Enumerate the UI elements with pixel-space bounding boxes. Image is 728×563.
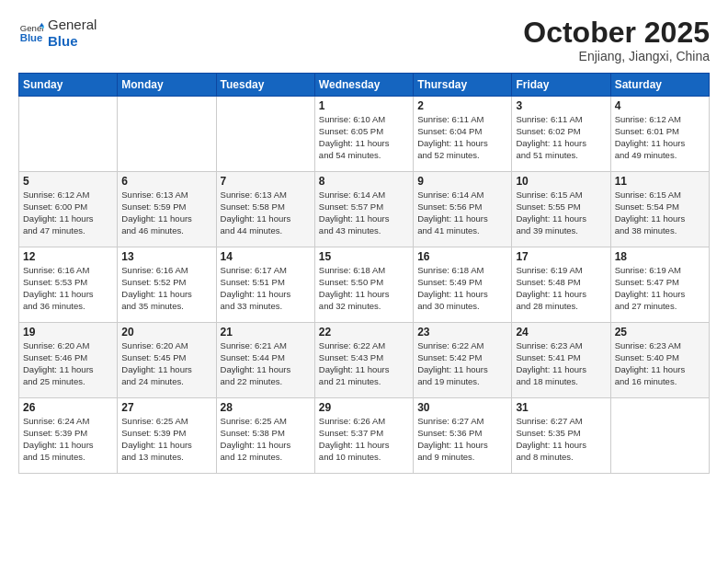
day-number: 22 — [319, 326, 409, 339]
calendar-cell: 5Sunrise: 6:12 AM Sunset: 6:00 PM Daylig… — [19, 172, 118, 247]
calendar-cell: 30Sunrise: 6:27 AM Sunset: 5:36 PM Dayli… — [414, 398, 512, 474]
day-info: Sunrise: 6:10 AM Sunset: 6:05 PM Dayligh… — [319, 114, 409, 161]
calendar-cell: 21Sunrise: 6:21 AM Sunset: 5:44 PM Dayli… — [216, 323, 314, 398]
calendar-table: SundayMondayTuesdayWednesdayThursdayFrid… — [18, 73, 710, 474]
weekday-header-row: SundayMondayTuesdayWednesdayThursdayFrid… — [19, 74, 710, 97]
day-number: 31 — [516, 401, 606, 414]
day-info: Sunrise: 6:16 AM Sunset: 5:53 PM Dayligh… — [23, 265, 113, 312]
calendar-cell: 31Sunrise: 6:27 AM Sunset: 5:35 PM Dayli… — [512, 398, 610, 474]
day-number: 4 — [615, 99, 705, 112]
calendar-cell — [610, 398, 709, 474]
calendar-cell: 4Sunrise: 6:12 AM Sunset: 6:01 PM Daylig… — [610, 97, 709, 172]
weekday-monday: Monday — [118, 74, 216, 97]
day-info: Sunrise: 6:27 AM Sunset: 5:35 PM Dayligh… — [516, 416, 606, 463]
calendar-cell: 1Sunrise: 6:10 AM Sunset: 6:05 PM Daylig… — [314, 97, 413, 172]
day-number: 15 — [319, 250, 409, 263]
day-info: Sunrise: 6:23 AM Sunset: 5:41 PM Dayligh… — [516, 340, 606, 387]
calendar-cell: 20Sunrise: 6:20 AM Sunset: 5:45 PM Dayli… — [118, 323, 216, 398]
calendar-cell: 6Sunrise: 6:13 AM Sunset: 5:59 PM Daylig… — [118, 172, 216, 247]
day-info: Sunrise: 6:23 AM Sunset: 5:40 PM Dayligh… — [615, 340, 705, 387]
weekday-saturday: Saturday — [610, 74, 709, 97]
logo-blue: Blue — [48, 33, 78, 49]
day-info: Sunrise: 6:13 AM Sunset: 5:59 PM Dayligh… — [121, 190, 211, 236]
day-number: 9 — [417, 175, 507, 188]
calendar-cell: 16Sunrise: 6:18 AM Sunset: 5:49 PM Dayli… — [414, 247, 512, 323]
day-info: Sunrise: 6:16 AM Sunset: 5:52 PM Dayligh… — [121, 265, 211, 312]
day-number: 20 — [121, 326, 211, 339]
day-number: 14 — [221, 250, 311, 263]
day-info: Sunrise: 6:20 AM Sunset: 5:46 PM Dayligh… — [23, 340, 113, 387]
day-info: Sunrise: 6:22 AM Sunset: 5:43 PM Dayligh… — [319, 340, 409, 387]
location: Enjiang, Jiangxi, China — [523, 49, 710, 63]
day-number: 18 — [615, 250, 705, 263]
calendar-cell: 29Sunrise: 6:26 AM Sunset: 5:37 PM Dayli… — [314, 398, 413, 474]
logo-general: General — [48, 17, 97, 32]
calendar-cell: 9Sunrise: 6:14 AM Sunset: 5:56 PM Daylig… — [414, 172, 512, 247]
day-number: 7 — [221, 175, 311, 188]
day-info: Sunrise: 6:15 AM Sunset: 5:54 PM Dayligh… — [615, 190, 705, 236]
calendar-cell: 26Sunrise: 6:24 AM Sunset: 5:39 PM Dayli… — [19, 398, 118, 474]
calendar-cell — [19, 97, 118, 172]
day-info: Sunrise: 6:22 AM Sunset: 5:42 PM Dayligh… — [417, 340, 507, 387]
day-number: 8 — [319, 175, 409, 188]
logo-icon: General Blue — [18, 20, 44, 46]
calendar-cell — [216, 97, 314, 172]
day-number: 30 — [417, 401, 507, 414]
day-info: Sunrise: 6:11 AM Sunset: 6:04 PM Dayligh… — [417, 114, 507, 161]
day-info: Sunrise: 6:19 AM Sunset: 5:47 PM Dayligh… — [615, 265, 705, 312]
calendar-cell: 15Sunrise: 6:18 AM Sunset: 5:50 PM Dayli… — [314, 247, 413, 323]
day-number: 28 — [221, 401, 311, 414]
weekday-tuesday: Tuesday — [216, 74, 314, 97]
calendar-cell: 7Sunrise: 6:13 AM Sunset: 5:58 PM Daylig… — [216, 172, 314, 247]
logo: General Blue General Blue — [18, 17, 97, 50]
day-number: 17 — [516, 250, 606, 263]
title-block: October 2025 Enjiang, Jiangxi, China — [523, 17, 710, 63]
day-info: Sunrise: 6:11 AM Sunset: 6:02 PM Dayligh… — [516, 114, 606, 161]
calendar-week-2: 5Sunrise: 6:12 AM Sunset: 6:00 PM Daylig… — [19, 172, 710, 247]
day-number: 25 — [615, 326, 705, 339]
calendar-cell — [118, 97, 216, 172]
calendar-cell: 18Sunrise: 6:19 AM Sunset: 5:47 PM Dayli… — [610, 247, 709, 323]
calendar-cell: 11Sunrise: 6:15 AM Sunset: 5:54 PM Dayli… — [610, 172, 709, 247]
day-info: Sunrise: 6:18 AM Sunset: 5:49 PM Dayligh… — [417, 265, 507, 312]
day-number: 23 — [417, 326, 507, 339]
calendar-week-4: 19Sunrise: 6:20 AM Sunset: 5:46 PM Dayli… — [19, 323, 710, 398]
calendar-cell: 24Sunrise: 6:23 AM Sunset: 5:41 PM Dayli… — [512, 323, 610, 398]
day-number: 24 — [516, 326, 606, 339]
day-number: 16 — [417, 250, 507, 263]
weekday-friday: Friday — [512, 74, 610, 97]
day-info: Sunrise: 6:25 AM Sunset: 5:39 PM Dayligh… — [121, 416, 211, 463]
svg-text:Blue: Blue — [20, 32, 43, 43]
day-info: Sunrise: 6:24 AM Sunset: 5:39 PM Dayligh… — [23, 416, 113, 463]
calendar-cell: 12Sunrise: 6:16 AM Sunset: 5:53 PM Dayli… — [19, 247, 118, 323]
day-info: Sunrise: 6:27 AM Sunset: 5:36 PM Dayligh… — [417, 416, 507, 463]
calendar-cell: 17Sunrise: 6:19 AM Sunset: 5:48 PM Dayli… — [512, 247, 610, 323]
calendar-cell: 10Sunrise: 6:15 AM Sunset: 5:55 PM Dayli… — [512, 172, 610, 247]
day-info: Sunrise: 6:25 AM Sunset: 5:38 PM Dayligh… — [221, 416, 311, 463]
day-number: 2 — [417, 99, 507, 112]
calendar-cell: 13Sunrise: 6:16 AM Sunset: 5:52 PM Dayli… — [118, 247, 216, 323]
day-info: Sunrise: 6:14 AM Sunset: 5:56 PM Dayligh… — [417, 190, 507, 236]
day-number: 11 — [615, 175, 705, 188]
day-number: 27 — [121, 401, 211, 414]
day-info: Sunrise: 6:20 AM Sunset: 5:45 PM Dayligh… — [121, 340, 211, 387]
day-number: 13 — [121, 250, 211, 263]
day-number: 26 — [23, 401, 113, 414]
day-info: Sunrise: 6:17 AM Sunset: 5:51 PM Dayligh… — [221, 265, 311, 312]
weekday-thursday: Thursday — [414, 74, 512, 97]
day-info: Sunrise: 6:21 AM Sunset: 5:44 PM Dayligh… — [221, 340, 311, 387]
day-number: 19 — [23, 326, 113, 339]
day-info: Sunrise: 6:26 AM Sunset: 5:37 PM Dayligh… — [319, 416, 409, 463]
day-number: 12 — [23, 250, 113, 263]
month-title: October 2025 — [523, 17, 710, 49]
day-number: 29 — [319, 401, 409, 414]
calendar-cell: 14Sunrise: 6:17 AM Sunset: 5:51 PM Dayli… — [216, 247, 314, 323]
calendar-page: General Blue General Blue October 2025 E… — [0, 0, 728, 563]
calendar-cell: 22Sunrise: 6:22 AM Sunset: 5:43 PM Dayli… — [314, 323, 413, 398]
calendar-cell: 8Sunrise: 6:14 AM Sunset: 5:57 PM Daylig… — [314, 172, 413, 247]
calendar-week-1: 1Sunrise: 6:10 AM Sunset: 6:05 PM Daylig… — [19, 97, 710, 172]
calendar-cell: 19Sunrise: 6:20 AM Sunset: 5:46 PM Dayli… — [19, 323, 118, 398]
day-info: Sunrise: 6:18 AM Sunset: 5:50 PM Dayligh… — [319, 265, 409, 312]
day-number: 21 — [221, 326, 311, 339]
day-info: Sunrise: 6:13 AM Sunset: 5:58 PM Dayligh… — [221, 190, 311, 236]
